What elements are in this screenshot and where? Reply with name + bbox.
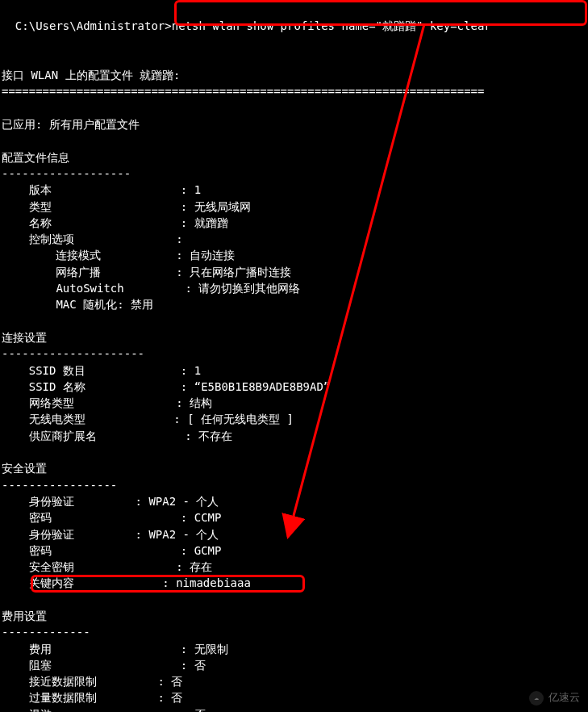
section-dash: --------------------- xyxy=(2,346,586,362)
section-title-profile: 配置文件信息 xyxy=(2,149,586,165)
prompt-line[interactable]: C:\Users\Administrator>netsh wlan show p… xyxy=(2,2,586,51)
command-text: netsh wlan show profiles name="就蹭蹭" key=… xyxy=(172,19,491,32)
cost-block: 费用 : 无限制 阻塞 : 否 接近数据限制 : 否 过量数据限制 : 否 漫游… xyxy=(2,641,586,712)
interface-header: 接口 WLAN 上的配置文件 就蹭蹭: xyxy=(2,67,586,83)
kv-row: 接近数据限制 : 否 xyxy=(2,673,586,689)
kv-row: 连接模式 : 自动连接 xyxy=(2,247,586,263)
kv-row: MAC 随机化: 禁用 xyxy=(2,296,586,312)
section-dash: ------------- xyxy=(2,624,586,640)
section-dash: ------------------- xyxy=(2,165,586,182)
kv-row: 版本 : 1 xyxy=(2,182,586,198)
watermark: ☁ 亿速云 xyxy=(529,690,580,706)
kv-row: 漫游 : 否 xyxy=(2,706,586,712)
blank-row xyxy=(2,132,586,149)
key-content-highlight-box xyxy=(31,575,305,593)
blank-row xyxy=(2,592,586,608)
profile-info-block: 版本 : 1 类型 : 无线局域网 名称 : 就蹭蹭 控制选项 : 连接模式 :… xyxy=(2,182,586,312)
prompt-path: C:\Users\Administrator> xyxy=(15,19,172,32)
kv-row: SSID 名称 : “E5B0B1E8B9ADE8B9AD” xyxy=(2,379,586,395)
blank-row xyxy=(2,313,586,329)
header-rule: ========================================… xyxy=(2,83,586,99)
kv-row: 无线电类型 : [ 任何无线电类型 ] xyxy=(2,411,586,427)
security-block: 身份验证 : WPA2 - 个人 密码 : CCMP 身份验证 : WPA2 -… xyxy=(2,493,586,592)
cloud-icon: ☁ xyxy=(529,691,544,706)
applied-line: 已应用: 所有用户配置文件 xyxy=(2,116,586,132)
blank-row xyxy=(2,51,586,67)
kv-row: 密码 : CCMP xyxy=(2,509,586,526)
kv-row: 费用 : 无限制 xyxy=(2,641,586,657)
kv-row: 关键内容 : nimadebiaaa xyxy=(2,575,586,591)
kv-row: 身份验证 : WPA2 - 个人 xyxy=(2,493,586,509)
conn-block: SSID 数目 : 1 SSID 名称 : “E5B0B1E8B9ADE8B9A… xyxy=(2,362,586,444)
kv-row: 网络类型 : 结构 xyxy=(2,395,586,411)
kv-row: AutoSwitch : 请勿切换到其他网络 xyxy=(2,280,586,296)
kv-row: 身份验证 : WPA2 - 个人 xyxy=(2,526,586,542)
kv-row: 密码 : GCMP xyxy=(2,542,586,559)
kv-row: 名称 : 就蹭蹭 xyxy=(2,215,586,231)
kv-row: 安全密钥 : 存在 xyxy=(2,559,586,575)
kv-row: SSID 数目 : 1 xyxy=(2,362,586,379)
kv-row: 类型 : 无线局域网 xyxy=(2,199,586,215)
section-title-conn: 连接设置 xyxy=(2,329,586,346)
section-title-cost: 费用设置 xyxy=(2,608,586,624)
blank-row xyxy=(2,100,586,116)
kv-row: 网络广播 : 只在网络广播时连接 xyxy=(2,264,586,280)
kv-row: 控制选项 : xyxy=(2,231,586,247)
section-title-security: 安全设置 xyxy=(2,460,586,476)
blank-row xyxy=(2,444,586,460)
section-dash: ----------------- xyxy=(2,477,586,493)
watermark-text: 亿速云 xyxy=(548,690,580,706)
kv-row: 供应商扩展名 : 不存在 xyxy=(2,428,586,444)
kv-row: 过量数据限制 : 否 xyxy=(2,689,586,706)
kv-row: 阻塞 : 否 xyxy=(2,657,586,673)
